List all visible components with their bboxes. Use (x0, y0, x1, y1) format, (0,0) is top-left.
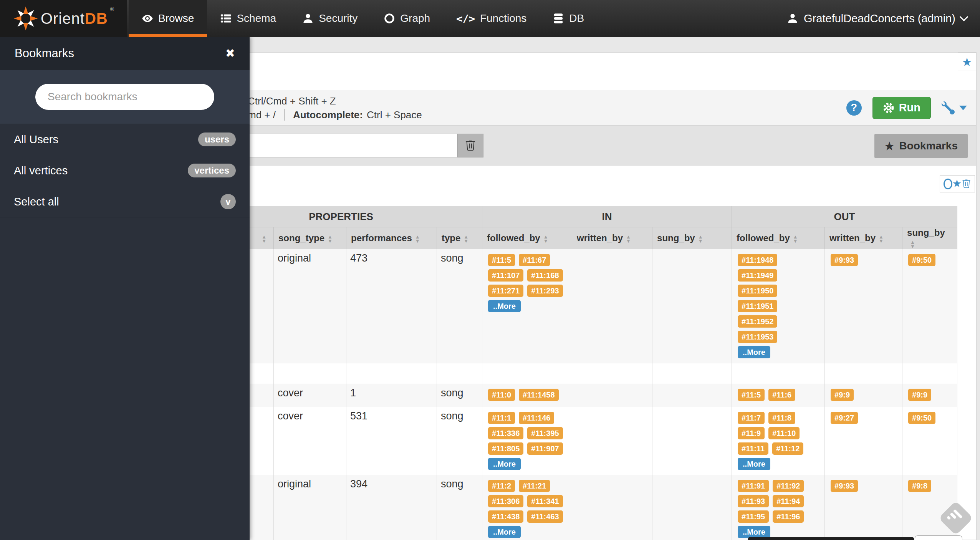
record-badge[interactable]: #9:9 (908, 389, 931, 401)
brand-text: OrientDB (41, 10, 108, 27)
close-icon[interactable] (225, 48, 235, 59)
record-badge[interactable]: #11:293 (527, 285, 563, 297)
more-button[interactable]: ..More (738, 346, 770, 358)
record-badge[interactable]: #11:12 (772, 442, 803, 455)
column-header-out-written-by[interactable]: written_by (825, 227, 902, 249)
more-button[interactable]: ..More (488, 458, 521, 470)
bookmark-item-all-users[interactable]: All Users users (0, 124, 250, 155)
more-button[interactable]: ..More (738, 458, 770, 470)
record-badge[interactable]: #11:96 (773, 510, 804, 523)
bookmarks-list: All Users users All vertices vertices Se… (0, 124, 250, 217)
record-badge[interactable]: #11:5 (488, 254, 515, 266)
record-badge[interactable]: #11:6 (768, 389, 795, 401)
column-header-out-sung-by[interactable]: sung_by (902, 227, 957, 249)
record-badge[interactable]: #11:92 (773, 480, 804, 492)
record-badge[interactable]: #11:395 (527, 427, 563, 439)
cell-in-sung-by (652, 475, 732, 540)
empty-cell (732, 363, 825, 384)
record-badge[interactable]: #11:0 (488, 389, 515, 401)
record-badge[interactable]: #9:93 (831, 254, 858, 266)
record-badge[interactable]: #11:336 (488, 427, 523, 439)
run-button[interactable]: Run (872, 97, 931, 119)
record-badge[interactable]: #11:1458 (519, 389, 558, 401)
record-badge[interactable]: #11:1949 (738, 269, 777, 282)
query-settings-dropdown[interactable] (942, 101, 967, 114)
record-badge[interactable]: #11:306 (488, 495, 523, 507)
tab-schema[interactable]: Schema (207, 0, 289, 37)
column-header-out-followed-by[interactable]: followed_by (732, 227, 825, 249)
cell-in-sung-by (652, 249, 732, 363)
editor-shortcuts-bar: Ctrl/Cmd + Shift + Z md + / Autocomplete… (146, 90, 976, 125)
more-button[interactable]: ..More (488, 526, 521, 538)
record-badge[interactable]: #11:146 (519, 412, 554, 424)
empty-cell (437, 363, 482, 384)
empty-cell (902, 363, 957, 384)
orientdb-logo[interactable]: OrientDB ® (0, 0, 127, 37)
bookmarks-toggle-button[interactable]: Bookmarks (874, 134, 968, 158)
column-header-type[interactable]: type (437, 227, 482, 249)
record-badge[interactable]: #9:8 (908, 480, 931, 492)
user-menu[interactable]: GratefulDeadConcerts (admin) (787, 0, 980, 37)
circle-icon[interactable] (944, 179, 952, 189)
tab-label: DB (569, 12, 584, 25)
tab-security[interactable]: Security (289, 0, 371, 37)
record-badge[interactable]: #9:50 (908, 412, 935, 424)
record-badge[interactable]: #11:1953 (738, 331, 777, 343)
record-badge[interactable]: #11:463 (527, 510, 563, 523)
cell-performances: 394 (346, 475, 437, 540)
record-badge[interactable]: #11:95 (738, 510, 769, 523)
empty-cell (652, 363, 732, 384)
record-badge[interactable]: #11:7 (738, 412, 765, 424)
bookmark-class-badge: vertices (188, 164, 236, 177)
record-badge[interactable]: #11:168 (527, 269, 563, 282)
column-header-in-sung-by[interactable]: sung_by (652, 227, 732, 249)
record-badge[interactable]: #9:93 (831, 480, 858, 492)
record-badge[interactable]: #11:2 (488, 480, 515, 492)
record-badge[interactable]: #11:67 (519, 254, 550, 266)
record-badge[interactable]: #9:9 (831, 389, 854, 401)
help-icon[interactable]: ? (846, 100, 862, 116)
tab-db[interactable]: DB (540, 0, 597, 37)
bookmark-item-select-all[interactable]: Select all v (0, 186, 250, 217)
search-bookmarks-input[interactable] (35, 84, 214, 110)
record-badge[interactable]: #11:1952 (738, 315, 777, 328)
record-badge[interactable]: #11:805 (488, 442, 523, 455)
more-button[interactable]: ..More (488, 300, 521, 312)
column-header-in-written-by[interactable]: written_by (572, 227, 652, 249)
record-badge[interactable]: #11:21 (519, 480, 550, 492)
trash-icon[interactable] (962, 179, 971, 189)
record-badge[interactable]: #11:1948 (738, 254, 777, 266)
more-button[interactable]: ..More (738, 526, 770, 538)
tab-functions[interactable]: </> Functions (443, 0, 540, 37)
bookmark-item-all-vertices[interactable]: All vertices vertices (0, 155, 250, 186)
record-badge[interactable]: #11:8 (768, 412, 795, 424)
record-badge[interactable]: #11:1951 (738, 300, 777, 312)
record-badge[interactable]: #11:9 (738, 427, 765, 439)
tab-browse[interactable]: Browse (129, 0, 207, 37)
record-badge[interactable]: #11:1 (488, 412, 515, 424)
tab-label: Functions (480, 12, 526, 25)
record-badge[interactable]: #11:107 (488, 269, 523, 282)
record-badge[interactable]: #11:1950 (738, 285, 777, 297)
record-badge[interactable]: #9:27 (831, 412, 858, 424)
record-badge[interactable]: #11:93 (738, 495, 769, 507)
record-badge[interactable]: #11:341 (527, 495, 563, 507)
star-icon[interactable] (952, 179, 962, 189)
record-badge[interactable]: #9:50 (908, 254, 935, 266)
record-badge[interactable]: #11:11 (738, 442, 768, 455)
record-badge[interactable]: #11:271 (488, 285, 523, 297)
record-badge[interactable]: #11:91 (738, 480, 769, 492)
record-badge[interactable]: #11:5 (738, 389, 765, 401)
query-controls: ? Run (846, 97, 967, 119)
column-header-song-type[interactable]: song_type (274, 227, 346, 249)
clear-query-button[interactable] (457, 134, 483, 157)
column-header-performances[interactable]: performances (346, 227, 437, 249)
tab-graph[interactable]: Graph (371, 0, 443, 37)
record-badge[interactable]: #11:438 (488, 510, 523, 523)
record-badge[interactable]: #11:94 (773, 495, 804, 507)
bookmark-query-button[interactable] (958, 53, 976, 71)
record-badge[interactable]: #11:10 (768, 427, 800, 439)
record-badge[interactable]: #11:907 (527, 442, 563, 455)
column-header-in-followed-by[interactable]: followed_by (482, 227, 572, 249)
cell-type: song (437, 407, 482, 475)
